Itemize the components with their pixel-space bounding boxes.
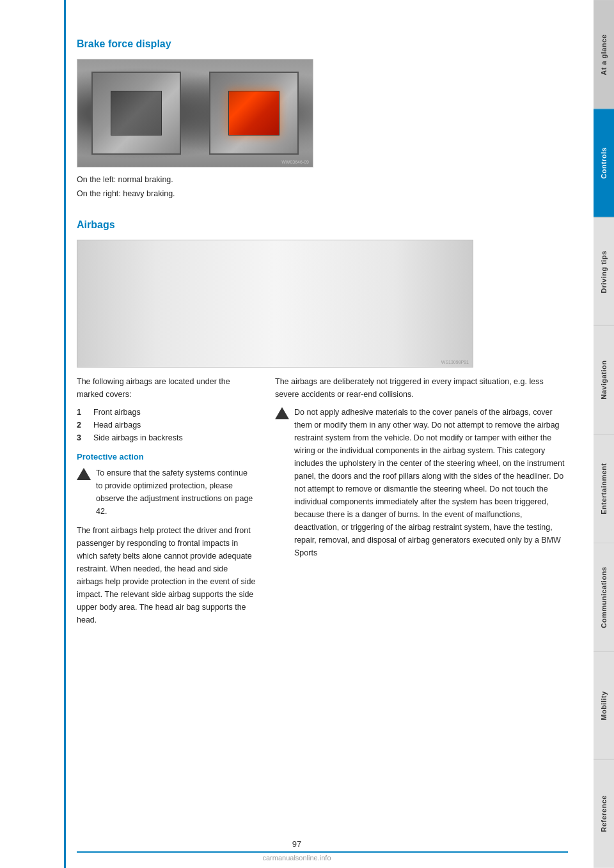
svg-rect-0 — [79, 240, 471, 367]
sidebar-tab-driving-tips[interactable]: Driving tips — [594, 217, 614, 326]
list-label-1: Front airbags — [93, 406, 141, 419]
svg-rect-15 — [205, 340, 269, 350]
airbag-car-svg: 1 2 3 — [77, 240, 473, 367]
brake-left-panel — [91, 72, 181, 155]
list-num-3: 3 — [77, 431, 86, 444]
brake-section: Brake force display WW03646-09 On the le… — [77, 38, 568, 200]
svg-point-8 — [136, 288, 212, 357]
brake-caption-right: On the right: heavy braking. — [77, 188, 568, 200]
svg-point-9 — [153, 274, 201, 314]
sidebar-tab-navigation[interactable]: Navigation — [594, 325, 614, 434]
main-content: Brake force display WW03646-09 On the le… — [0, 0, 594, 868]
svg-line-5 — [446, 240, 459, 367]
airbags-col-right: The airbags are deliberately not trigger… — [275, 375, 568, 632]
sidebar: At a glance Controls Driving tips Naviga… — [594, 0, 614, 868]
svg-line-25 — [251, 308, 275, 316]
list-num-1: 1 — [77, 406, 86, 419]
svg-line-3 — [98, 240, 130, 367]
svg-line-23 — [316, 258, 338, 268]
svg-text:1: 1 — [187, 254, 192, 264]
svg-rect-18 — [408, 265, 468, 341]
airbags-section: Airbags — [77, 219, 568, 632]
svg-point-10 — [141, 293, 181, 333]
sidebar-tab-reference[interactable]: Reference — [594, 759, 614, 868]
brake-caption-left: On the left: normal braking. — [77, 174, 568, 186]
list-num-2: 2 — [77, 419, 86, 431]
warning-triangle-icon-2 — [275, 407, 289, 419]
svg-line-21 — [174, 264, 186, 290]
svg-point-16 — [322, 288, 405, 357]
airbags-section-heading: Airbags — [77, 219, 568, 231]
sidebar-tab-mobility[interactable]: Mobility — [594, 651, 614, 760]
right-col-warning-text: Do not apply adhesive materials to the c… — [294, 406, 568, 559]
page-number: 97 — [292, 839, 301, 849]
airbags-col-left: The following airbags are located under … — [77, 375, 256, 632]
svg-text:2: 2 — [310, 247, 315, 258]
airbags-intro-text: The following airbags are located under … — [77, 375, 256, 401]
left-accent — [64, 0, 66, 868]
brake-left-light — [111, 91, 162, 136]
airbag-diagram: 1 2 3 WS13098P91 — [77, 240, 473, 368]
brake-right-panel — [209, 72, 299, 155]
svg-rect-6 — [79, 240, 471, 263]
brake-force-image: WW03646-09 — [77, 59, 313, 167]
airbags-list: 1 Front airbags 2 Head airbags 3 Side ai… — [77, 406, 256, 444]
right-col-text-1: The airbags are deliberately not trigger… — [275, 375, 568, 401]
list-item-2: 2 Head airbags — [77, 419, 256, 431]
svg-line-4 — [265, 240, 275, 367]
list-item-1: 1 Front airbags — [77, 406, 256, 419]
warning-triangle-icon — [77, 468, 91, 480]
svg-point-13 — [155, 306, 168, 319]
brake-image-watermark: WW03646-09 — [281, 160, 309, 164]
brake-section-heading: Brake force display — [77, 38, 568, 50]
right-col-warning-block: Do not apply adhesive materials to the c… — [275, 406, 568, 559]
svg-rect-19 — [185, 254, 195, 264]
list-label-2: Head airbags — [93, 419, 141, 431]
brake-right-light — [228, 91, 279, 136]
sidebar-tab-entertainment[interactable]: Entertainment — [594, 434, 614, 543]
list-item-3: 3 Side airbags in backrests — [77, 431, 256, 444]
protective-action-heading: Protective action — [77, 452, 256, 461]
airbags-two-col: The following airbags are located under … — [77, 375, 568, 632]
footer-watermark: carmanualsonline.info — [262, 854, 331, 862]
front-airbags-text: The front airbags help protect the drive… — [77, 524, 256, 626]
sidebar-tab-controls[interactable]: Controls — [594, 109, 614, 217]
svg-text:3: 3 — [243, 298, 248, 308]
sidebar-tab-at-a-glance[interactable]: At a glance — [594, 0, 614, 109]
protective-action-warning: To ensure that the safety systems contin… — [77, 467, 256, 518]
protective-action-text: To ensure that the safety systems contin… — [96, 467, 256, 518]
sidebar-tab-communications[interactable]: Communications — [594, 543, 614, 651]
airbag-image-watermark: WS13098P91 — [441, 360, 469, 364]
svg-rect-14 — [98, 338, 148, 351]
page-line — [77, 851, 568, 853]
svg-point-17 — [338, 270, 389, 311]
list-label-3: Side airbags in backrests — [93, 431, 183, 444]
